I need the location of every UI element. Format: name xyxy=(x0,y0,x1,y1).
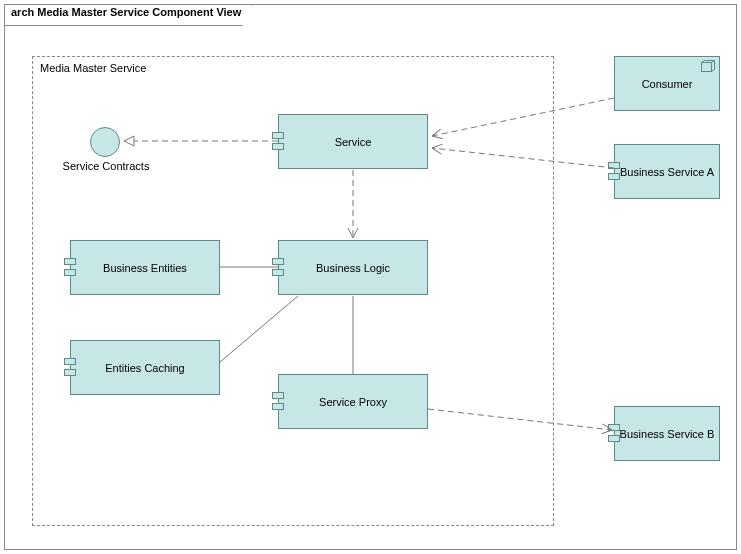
component-port-icon xyxy=(64,358,76,378)
component-port-icon xyxy=(272,392,284,412)
interface-service-contracts-label: Service Contracts xyxy=(58,160,154,172)
component-label: Consumer xyxy=(642,78,693,90)
component-business-service-b: Business Service B xyxy=(614,406,720,461)
component-business-service-a: Business Service A xyxy=(614,144,720,199)
component-label: Business Service B xyxy=(620,428,715,440)
component-port-icon xyxy=(608,424,620,444)
svg-rect-0 xyxy=(702,63,712,72)
component-label: Service Proxy xyxy=(319,396,387,408)
component-entities-caching: Entities Caching xyxy=(70,340,220,395)
component-consumer: Consumer xyxy=(614,56,720,111)
component-business-entities: Business Entities xyxy=(70,240,220,295)
package-label: Media Master Service xyxy=(40,62,146,74)
component-port-icon xyxy=(272,132,284,152)
interface-service-contracts xyxy=(90,127,120,157)
component-service-proxy: Service Proxy xyxy=(278,374,428,429)
component-label: Business Service A xyxy=(620,166,714,178)
component-port-icon xyxy=(608,162,620,182)
component-port-icon xyxy=(272,258,284,278)
component-port-icon xyxy=(64,258,76,278)
component-label: Business Logic xyxy=(316,262,390,274)
component-business-logic: Business Logic xyxy=(278,240,428,295)
component-label: Business Entities xyxy=(103,262,187,274)
node-glyph-icon xyxy=(701,60,715,72)
component-label: Entities Caching xyxy=(105,362,185,374)
component-label: Service xyxy=(335,136,372,148)
component-service: Service xyxy=(278,114,428,169)
frame-title: arch Media Master Service Component View xyxy=(4,4,252,26)
